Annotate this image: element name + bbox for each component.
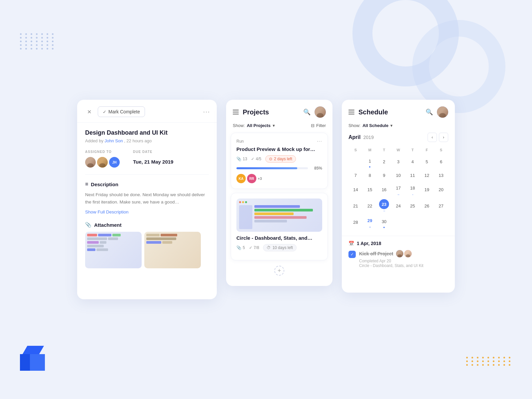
search-icon: 🔍 — [303, 108, 311, 116]
close-button[interactable]: ✕ — [84, 106, 94, 117]
schedule-user-avatar[interactable] — [437, 106, 448, 118]
check-icon: ✓ — [249, 245, 252, 250]
schedule-card: Schedule 🔍 Show: All Schedule ▾ April — [342, 100, 455, 293]
cal-day-17[interactable]: 17 — [391, 182, 406, 198]
cal-day-21[interactable]: 21 — [348, 198, 363, 214]
add-project-button[interactable]: + — [274, 266, 284, 276]
cal-day-24[interactable]: 24 — [391, 198, 406, 214]
dots-bottom-right — [466, 357, 512, 366]
cal-day-7[interactable]: 7 — [348, 169, 363, 182]
cal-day-15[interactable]: 15 — [363, 182, 377, 198]
schedule-show-dropdown[interactable]: Show: All Schedule ▾ — [348, 123, 448, 128]
attachment-icon: 📎 — [85, 222, 91, 228]
cal-day-29[interactable]: 29 — [363, 214, 377, 230]
cal-day-26[interactable]: 26 — [420, 198, 434, 214]
cal-day-1[interactable]: 1 — [363, 155, 377, 169]
cal-day-2[interactable]: 2 — [377, 155, 391, 169]
proj1-avatar-ka: KA — [236, 174, 246, 183]
dropdown-icon: ▾ — [390, 123, 393, 128]
bg-circle-2 — [412, 20, 505, 113]
cal-empty-5 — [434, 214, 448, 230]
calendar-month: April 2019 — [348, 134, 374, 140]
cal-day-5[interactable]: 5 — [420, 155, 434, 169]
user-avatar[interactable] — [315, 106, 326, 118]
proj2-screenshot — [236, 199, 322, 232]
cal-day-27[interactable]: 27 — [434, 198, 448, 214]
attachment-thumb-1[interactable] — [85, 232, 142, 268]
calendar-event-section: 📅 1 Apr, 2018 ✓ Kick off Project — [342, 236, 455, 273]
mark-complete-label: Mark Complete — [108, 109, 140, 114]
schedule-hamburger-button[interactable] — [348, 110, 354, 114]
cal-header-sat: S — [434, 147, 448, 155]
cal-day-18[interactable]: 18 — [405, 182, 420, 198]
task-added-by-link[interactable]: John Son — [105, 138, 123, 143]
calendar-prev-button[interactable]: ‹ — [428, 133, 437, 142]
projects-search-button[interactable]: 🔍 — [303, 108, 311, 116]
mark-complete-button[interactable]: ✓ Mark Complete — [98, 106, 145, 117]
more-options-button[interactable]: ··· — [203, 108, 210, 115]
projects-filter-bar: Show: All Projects ▾ ⊟ Filter — [226, 123, 332, 133]
dot2 — [242, 201, 244, 203]
cal-day-16[interactable]: 16 — [377, 182, 391, 198]
dot3 — [245, 201, 247, 203]
cal-header-fri: F — [420, 147, 434, 155]
cal-day-20[interactable]: 20 — [434, 182, 448, 198]
cal-day-19[interactable]: 19 — [420, 182, 434, 198]
dot1 — [239, 201, 241, 203]
dots-top-left — [20, 33, 55, 50]
attachment-thumb-2[interactable] — [144, 232, 201, 268]
description-section-title: ≡ Description — [85, 181, 209, 187]
clock-icon: ⏱ — [267, 245, 271, 250]
due-date-label: DUE DATE — [133, 150, 173, 154]
cal-day-28[interactable]: 28 — [348, 214, 363, 230]
calendar-next-button[interactable]: › — [439, 133, 448, 142]
checkmark-icon: ✓ — [103, 109, 106, 114]
cal-day-14[interactable]: 14 — [348, 182, 363, 198]
cal-day-3[interactable]: 3 — [391, 155, 406, 169]
cal-day-22[interactable]: 22 — [363, 198, 377, 214]
projects-title: Projects — [243, 108, 269, 116]
proj1-progress-bar-bg — [236, 167, 308, 169]
show-full-description-link[interactable]: Show Full Description — [85, 209, 129, 214]
event-date: 📅 1 Apr, 2018 — [348, 241, 448, 246]
check-circle-icon: ✓ — [251, 157, 254, 161]
cal-day-6[interactable]: 6 — [434, 155, 448, 169]
task-body: Design Dashboard and UI Kit Added by Joh… — [77, 123, 217, 275]
hamburger-button[interactable] — [233, 110, 239, 114]
calendar-nav: April 2019 ‹ › — [348, 133, 448, 142]
proj1-title: Product Preview & Mock up for… — [236, 146, 322, 152]
proj1-more-button[interactable]: ··· — [317, 138, 322, 144]
hamburger-icon — [233, 110, 239, 114]
cal-day-12[interactable]: 12 — [420, 169, 434, 182]
schedule-search-button[interactable]: 🔍 — [426, 108, 433, 116]
proj1-meta: 📎 13 ✓ 4/5 ⊙ 2 days left — [236, 155, 322, 163]
event-avatar-1 — [396, 250, 403, 257]
schedule-hamburger-icon — [348, 110, 354, 114]
cal-day-9[interactable]: 9 — [377, 169, 391, 182]
projects-filter-button[interactable]: ⊟ Filter — [311, 123, 326, 128]
proj1-tasks: ✓ 4/5 — [251, 157, 261, 161]
event-content: Kick off Project Completed Apr 20 Circle… — [359, 250, 448, 268]
cal-day-11[interactable]: 11 — [405, 169, 420, 182]
description-icon: ≡ — [85, 181, 88, 187]
event-item-1: ✓ Kick off Project Complete — [348, 250, 448, 268]
cal-day-23-today[interactable]: 23 — [377, 198, 391, 214]
event-project: Circle - Dashboard, Stats, and UI Kit — [359, 263, 448, 268]
projects-show-dropdown[interactable]: Show: All Projects ▾ — [233, 123, 275, 128]
ellipsis-icon: ··· — [203, 108, 210, 115]
cal-day-13[interactable]: 13 — [434, 169, 448, 182]
warning-icon: ⊙ — [269, 157, 272, 161]
event-completed: Completed Apr 20 — [359, 259, 448, 263]
cal-day-30[interactable]: 30 — [377, 214, 391, 230]
cal-day-10[interactable]: 10 — [391, 169, 406, 182]
project-item-2: Circle - Dashboard, Stats, and… 📎 5 ✓ 7/… — [231, 193, 328, 260]
projects-header: Projects 🔍 — [226, 100, 332, 123]
proj1-avatar-rr: RR — [247, 174, 256, 183]
cal-day-4[interactable]: 4 — [405, 155, 420, 169]
cal-header-tue: T — [377, 147, 391, 155]
event-check-icon: ✓ — [348, 251, 356, 258]
schedule-filter-bar: Show: All Schedule ▾ — [342, 123, 455, 133]
cal-day-8[interactable]: 8 — [363, 169, 377, 182]
proj1-days-left: ⊙ 2 days left — [265, 155, 296, 163]
cal-day-25[interactable]: 25 — [405, 198, 420, 214]
